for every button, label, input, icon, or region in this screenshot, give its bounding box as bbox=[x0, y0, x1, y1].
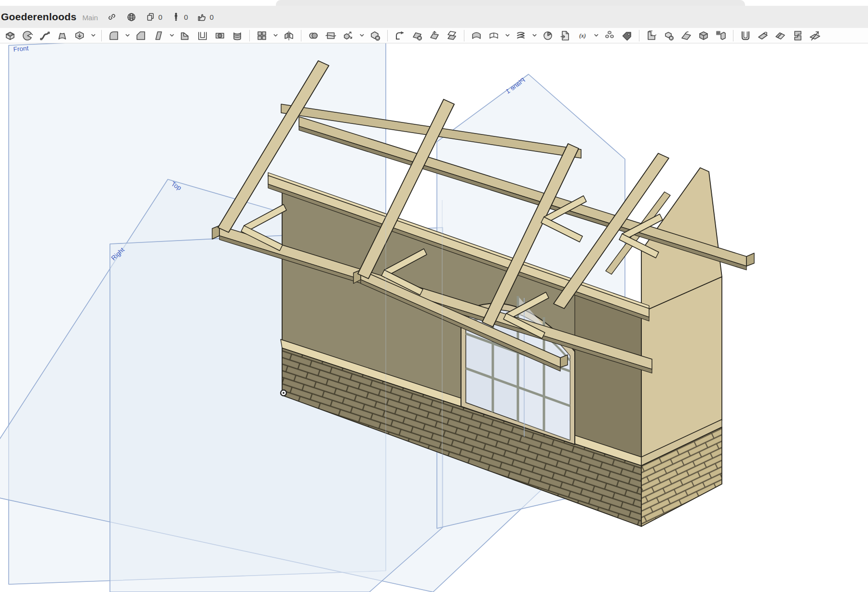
toolbar-divider bbox=[733, 30, 733, 41]
feature-toolbar: (x) bbox=[0, 28, 868, 43]
tool-shell-icon[interactable] bbox=[195, 29, 210, 42]
svg-text:(x): (x) bbox=[579, 32, 586, 39]
tool-delete-part-icon[interactable] bbox=[368, 29, 382, 42]
likes-count: 0 bbox=[210, 13, 214, 21]
tool-hem-icon[interactable] bbox=[756, 29, 770, 42]
tool-draft-dropdown-caret[interactable] bbox=[168, 29, 175, 42]
tool-sweep-icon[interactable] bbox=[38, 29, 52, 42]
tool-modify-fillet-icon[interactable] bbox=[393, 29, 407, 42]
tool-thread-icon[interactable] bbox=[230, 29, 244, 42]
toolbar-divider bbox=[301, 30, 301, 41]
tool-draft-icon[interactable] bbox=[151, 29, 165, 42]
tool-thicken-dropdown-caret[interactable] bbox=[90, 29, 96, 42]
tool-mirror-icon[interactable] bbox=[282, 29, 296, 42]
tool-transform-icon[interactable] bbox=[341, 29, 355, 42]
tool-delete-face-icon[interactable] bbox=[410, 29, 424, 42]
browser-tab-gap bbox=[276, 0, 745, 6]
tool-fillet-dropdown-caret[interactable] bbox=[124, 29, 131, 42]
versions-count: 0 bbox=[184, 13, 188, 21]
public-globe-icon[interactable] bbox=[126, 12, 136, 22]
toolbar-divider bbox=[387, 30, 388, 41]
tool-thicken-icon[interactable] bbox=[72, 29, 87, 42]
copies-icon[interactable] bbox=[145, 12, 156, 22]
tool-sm-corner-break-icon[interactable] bbox=[662, 29, 676, 42]
tool-import-icon[interactable] bbox=[558, 29, 572, 42]
tool-revolve-icon[interactable] bbox=[20, 29, 35, 42]
browser-chrome-strip bbox=[0, 0, 868, 6]
toolbar-divider bbox=[249, 30, 250, 41]
tool-sm-bend-icon[interactable] bbox=[679, 29, 693, 42]
tool-move-face-icon[interactable] bbox=[427, 29, 442, 42]
tool-variable-dropdown-caret[interactable] bbox=[593, 29, 599, 42]
tool-sm-flat-pattern-icon[interactable] bbox=[714, 29, 728, 42]
toolbar-divider bbox=[464, 30, 464, 41]
tool-ruled-surface-icon[interactable] bbox=[487, 29, 501, 42]
tool-transform-dropdown-caret[interactable] bbox=[358, 29, 365, 42]
tool-fold-icon[interactable] bbox=[773, 29, 787, 42]
tool-sm-flatten-icon[interactable] bbox=[808, 29, 822, 42]
tool-boolean-icon[interactable] bbox=[306, 29, 321, 42]
model-viewport[interactable]: Front Top Right Plane 1 bbox=[0, 43, 868, 592]
likes-icon[interactable] bbox=[197, 12, 207, 22]
tool-split-icon[interactable] bbox=[324, 29, 338, 42]
tool-linear-pattern-icon[interactable] bbox=[255, 29, 269, 42]
versions-icon[interactable] bbox=[171, 12, 181, 22]
tool-chamfer-icon[interactable] bbox=[134, 29, 148, 42]
tool-tag-icon[interactable] bbox=[620, 29, 634, 42]
tool-helix-icon[interactable] bbox=[514, 29, 528, 42]
tool-hole-icon[interactable] bbox=[213, 29, 227, 42]
tool-linear-pattern-dropdown-caret[interactable] bbox=[272, 29, 279, 42]
workspace-name: Main bbox=[82, 13, 98, 22]
document-title: Goederenloods bbox=[1, 11, 77, 23]
origin-marker[interactable] bbox=[281, 390, 286, 396]
tool-replace-face-icon[interactable] bbox=[445, 29, 459, 42]
tool-fillet-icon[interactable] bbox=[107, 29, 121, 42]
tool-sheet-metal-model-icon[interactable] bbox=[644, 29, 659, 42]
front-plane-label[interactable]: Front bbox=[13, 44, 29, 53]
share-link-icon[interactable] bbox=[107, 12, 117, 22]
tool-composite-part-icon[interactable] bbox=[602, 29, 617, 42]
tool-helix-dropdown-caret[interactable] bbox=[531, 29, 538, 42]
tool-extrude-icon[interactable] bbox=[3, 29, 17, 42]
copies-count: 0 bbox=[158, 13, 162, 21]
toolbar-divider bbox=[639, 30, 639, 41]
tool-flange-icon[interactable] bbox=[738, 29, 753, 42]
document-header: Goederenloods Main 0 0 bbox=[0, 6, 868, 28]
tool-loft-icon[interactable] bbox=[55, 29, 69, 42]
tool-offset-surface-icon[interactable] bbox=[469, 29, 484, 42]
tool-enclose-icon[interactable] bbox=[696, 29, 711, 42]
tool-circular-sector-icon[interactable] bbox=[541, 29, 555, 42]
toolbar-divider bbox=[101, 30, 102, 41]
front-wall-right-section[interactable] bbox=[575, 289, 641, 464]
tool-ruled-surface-dropdown-caret[interactable] bbox=[504, 29, 511, 42]
tool-sm-tab-icon[interactable] bbox=[790, 29, 805, 42]
tool-rib-icon[interactable] bbox=[178, 29, 192, 42]
tool-variable-icon[interactable]: (x) bbox=[575, 29, 590, 42]
